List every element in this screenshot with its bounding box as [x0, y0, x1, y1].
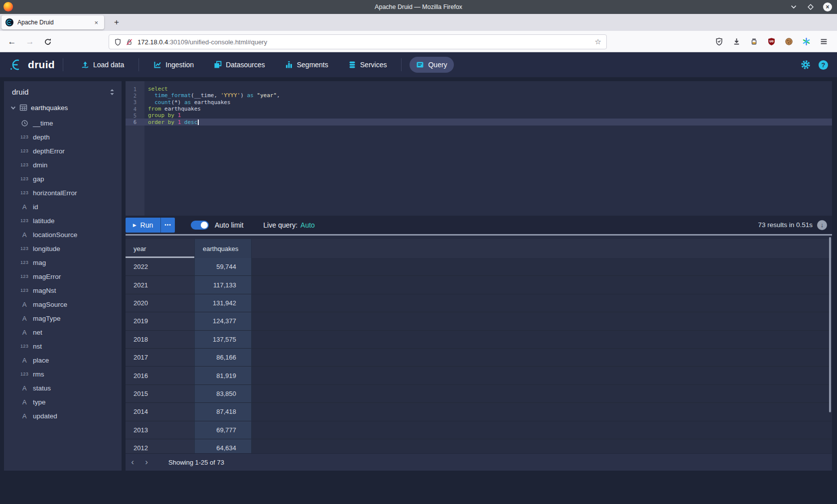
- close-icon[interactable]: ×: [823, 2, 832, 11]
- editor-code[interactable]: 1select2 time_format(__time, 'YYYY') as …: [126, 81, 832, 126]
- nav-label: Services: [360, 61, 387, 69]
- double-caret-icon[interactable]: [110, 89, 115, 96]
- help-icon[interactable]: ?: [819, 60, 828, 70]
- code-line-1[interactable]: 1select: [126, 86, 832, 92]
- cell-year[interactable]: 2014: [126, 403, 194, 421]
- column-item-id[interactable]: Aid: [4, 200, 122, 214]
- lock-insecure-icon[interactable]: [126, 38, 133, 46]
- nav-item-datasources[interactable]: Datasources: [207, 57, 272, 73]
- cell-earthquakes[interactable]: 137,575: [194, 331, 252, 349]
- column-item-depthError[interactable]: 123depthError: [4, 144, 122, 158]
- gear-icon[interactable]: [801, 60, 811, 70]
- column-item-depth[interactable]: 123depth: [4, 130, 122, 144]
- cell-year[interactable]: 2020: [126, 294, 194, 312]
- column-label: rms: [33, 371, 44, 378]
- table-row: 202259,744: [126, 258, 832, 276]
- column-item-place[interactable]: Aplace: [4, 353, 122, 367]
- url-text[interactable]: 172.18.0.4:30109/unified-console.html#qu…: [138, 38, 595, 46]
- download-icon[interactable]: [732, 37, 741, 46]
- nav-item-ingestion[interactable]: Ingestion: [147, 57, 200, 73]
- cell-year[interactable]: 2018: [126, 331, 194, 349]
- minimize-icon[interactable]: [789, 2, 798, 11]
- cell-earthquakes[interactable]: 81,919: [194, 367, 252, 384]
- column-item-dmin[interactable]: 123dmin: [4, 158, 122, 172]
- chevron-down-icon[interactable]: [10, 105, 16, 111]
- column-item-magSource[interactable]: AmagSource: [4, 297, 122, 311]
- cell-year[interactable]: 2012: [126, 439, 194, 453]
- cell-earthquakes[interactable]: 69,777: [194, 421, 252, 439]
- code-line-5[interactable]: 5group by 1: [126, 112, 832, 119]
- cell-earthquakes[interactable]: 87,418: [194, 403, 252, 421]
- run-button[interactable]: ▶ Run: [126, 218, 160, 233]
- cookie-icon[interactable]: [784, 37, 793, 46]
- cell-earthquakes[interactable]: 64,634: [194, 439, 252, 453]
- code-line-4[interactable]: 4from earthquakes: [126, 106, 832, 112]
- new-tab-button[interactable]: +: [111, 16, 123, 28]
- column-item-magNst[interactable]: 123magNst: [4, 283, 122, 297]
- column-header-earthquakes[interactable]: earthquakes: [194, 239, 252, 258]
- code-line-6[interactable]: 6order by 1 desc: [126, 119, 832, 125]
- live-query-value[interactable]: Auto: [300, 221, 315, 229]
- tab-apache-druid[interactable]: Apache Druid ×: [1, 15, 104, 29]
- cell-year[interactable]: 2016: [126, 367, 194, 384]
- column-item-magError[interactable]: 123magError: [4, 269, 122, 283]
- next-page-button[interactable]: ›: [140, 454, 153, 471]
- prev-page-button[interactable]: ‹: [126, 454, 140, 471]
- cell-year[interactable]: 2013: [126, 421, 194, 439]
- column-item-nst[interactable]: 123nst: [4, 339, 122, 353]
- column-item-mag[interactable]: 123mag: [4, 255, 122, 269]
- cell-year[interactable]: 2019: [126, 312, 194, 330]
- cell-year[interactable]: 2021: [126, 276, 194, 294]
- maximize-icon[interactable]: [806, 2, 815, 11]
- column-item-locationSource[interactable]: AlocationSource: [4, 228, 122, 242]
- schema-selector[interactable]: druid: [4, 81, 122, 99]
- shield-check-icon[interactable]: [714, 37, 723, 46]
- column-item-latitude[interactable]: 123latitude: [4, 214, 122, 228]
- code-line-2[interactable]: 2 time_format(__time, 'YYYY') as "year",: [126, 92, 832, 99]
- cell-year[interactable]: 2015: [126, 385, 194, 403]
- back-button[interactable]: ←: [4, 31, 20, 52]
- tab-close-icon[interactable]: ×: [92, 19, 100, 26]
- auto-limit-toggle[interactable]: [191, 221, 209, 230]
- cell-earthquakes[interactable]: 59,744: [194, 258, 252, 276]
- results-scrollbar[interactable]: [829, 237, 831, 412]
- cell-earthquakes[interactable]: 124,377: [194, 312, 252, 330]
- cell-earthquakes[interactable]: 86,166: [194, 349, 252, 367]
- download-results-icon[interactable]: ↓: [817, 220, 827, 230]
- column-item-horizontalError[interactable]: 123horizontalError: [4, 186, 122, 200]
- cell-earthquakes[interactable]: 83,850: [194, 385, 252, 403]
- column-header-year[interactable]: year: [126, 239, 194, 258]
- column-item-rms[interactable]: 123rms: [4, 367, 122, 381]
- nav-item-query[interactable]: Query: [410, 57, 453, 73]
- content-area: druid earthquakes __time123depth123depth…: [0, 77, 837, 504]
- code-line-3[interactable]: 3 count(*) as earthquakes: [126, 99, 832, 106]
- menu-icon[interactable]: [819, 37, 828, 46]
- column-item-gap[interactable]: 123gap: [4, 172, 122, 186]
- column-item-net[interactable]: Anet: [4, 325, 122, 339]
- cell-year[interactable]: 2017: [126, 349, 194, 367]
- nav-item-services[interactable]: Services: [342, 57, 394, 73]
- nav-item-load-data[interactable]: Load data: [75, 57, 131, 73]
- url-bar[interactable]: 172.18.0.4:30109/unified-console.html#qu…: [109, 34, 607, 49]
- column-item-__time[interactable]: __time: [4, 116, 122, 130]
- run-more-button[interactable]: •••: [160, 218, 175, 233]
- column-item-type[interactable]: Atype: [4, 395, 122, 409]
- reload-button[interactable]: [40, 31, 56, 52]
- forward-button[interactable]: →: [22, 31, 38, 52]
- cell-year[interactable]: 2022: [126, 258, 194, 276]
- ublock-icon[interactable]: U0: [767, 37, 776, 46]
- asterisk-icon[interactable]: [802, 37, 811, 46]
- cell-earthquakes[interactable]: 117,133: [194, 276, 252, 294]
- column-item-longitude[interactable]: 123longitude: [4, 242, 122, 255]
- sidebar-table-earthquakes[interactable]: earthquakes: [4, 99, 122, 116]
- cell-earthquakes[interactable]: 131,942: [194, 294, 252, 312]
- jar-icon[interactable]: [749, 37, 758, 46]
- bookmark-star-icon[interactable]: ☆: [595, 37, 601, 46]
- column-item-magType[interactable]: AmagType: [4, 311, 122, 325]
- nav-item-segments[interactable]: Segments: [279, 57, 335, 73]
- column-item-status[interactable]: Astatus: [4, 381, 122, 395]
- column-item-updated[interactable]: Aupdated: [4, 409, 122, 423]
- sql-editor[interactable]: 1select2 time_format(__time, 'YYYY') as …: [126, 81, 832, 216]
- shield-permissions-icon[interactable]: [114, 38, 122, 46]
- druid-logo[interactable]: druid: [8, 58, 55, 72]
